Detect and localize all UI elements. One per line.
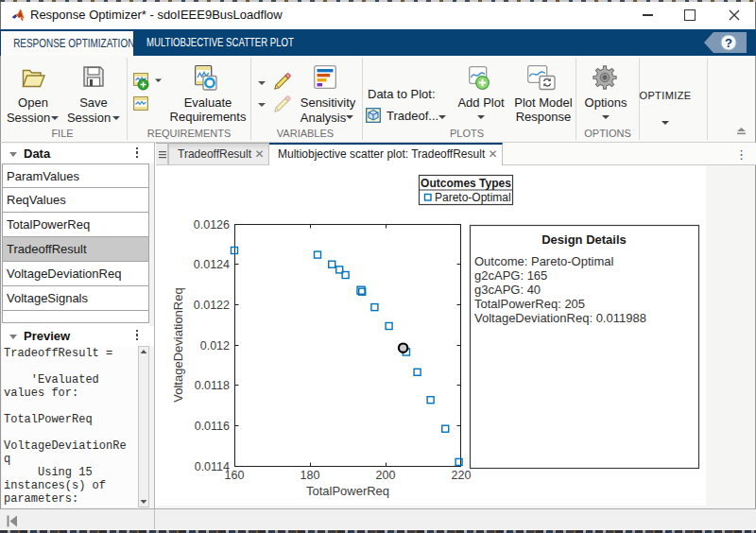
svg-text:0.0126: 0.0126 <box>194 218 230 232</box>
svg-text:g3cAPG: 40: g3cAPG: 40 <box>474 283 541 297</box>
svg-text:g2cAPG: 165: g2cAPG: 165 <box>474 268 547 283</box>
svg-text:0.0114: 0.0114 <box>195 460 230 473</box>
svg-text:VoltageDeviationReq: VoltageDeviationReq <box>171 287 185 402</box>
svg-text:VoltageDeviationReq: 0.011988: VoltageDeviationReq: 0.011988 <box>474 311 646 325</box>
svg-text:TotalPowerReq: TotalPowerReq <box>306 484 389 498</box>
svg-text:0.0124: 0.0124 <box>194 258 230 271</box>
svg-text:0.0122: 0.0122 <box>194 299 230 312</box>
svg-text:200: 200 <box>376 469 396 482</box>
svg-text:Design Details: Design Details <box>541 232 627 247</box>
svg-text:0.0116: 0.0116 <box>195 420 230 433</box>
svg-text:180: 180 <box>301 469 320 482</box>
svg-text:0.012: 0.012 <box>200 339 230 352</box>
svg-text:?: ? <box>725 36 732 50</box>
svg-text:Outcomes Types: Outcomes Types <box>421 177 511 190</box>
svg-text:TotalPowerReq: 205: TotalPowerReq: 205 <box>474 297 585 311</box>
svg-text:Outcome: Pareto-Optimal: Outcome: Pareto-Optimal <box>474 254 613 268</box>
svg-text:0.0118: 0.0118 <box>195 379 230 392</box>
svg-text:Pareto-Optimal: Pareto-Optimal <box>435 191 511 204</box>
svg-text:220: 220 <box>452 469 472 482</box>
